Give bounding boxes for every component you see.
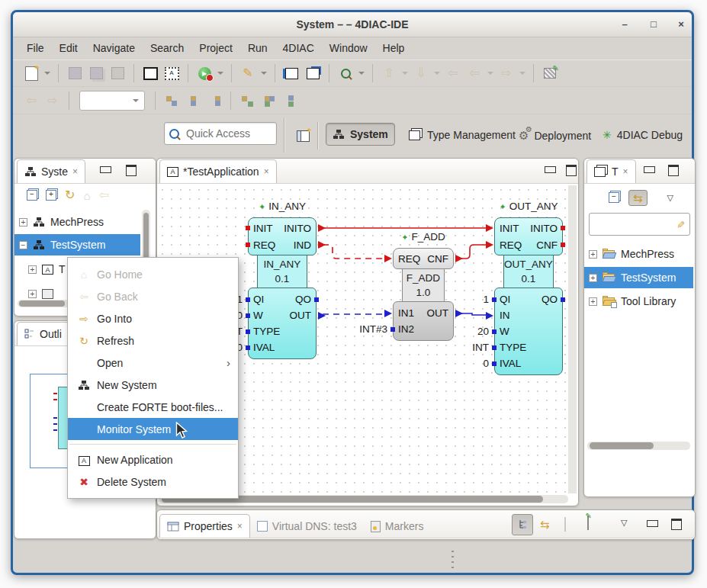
input-value[interactable]: 1 <box>483 294 489 305</box>
deploy-dropdown-icon[interactable] <box>261 72 267 75</box>
zoom-combo[interactable] <box>79 91 145 111</box>
tree-item-mechpress[interactable]: + MechPress <box>584 243 693 265</box>
data-input[interactable]: QI <box>500 294 510 305</box>
data-output-pin[interactable] <box>318 312 326 320</box>
quick-access-input[interactable] <box>185 127 272 140</box>
menu-navigate[interactable]: Navigate <box>85 39 143 57</box>
close-icon[interactable]: × <box>264 166 269 177</box>
event-input[interactable]: INIT <box>500 223 519 234</box>
tab-system-explorer[interactable]: Syste × <box>17 159 85 183</box>
scrollbar-thumb[interactable] <box>590 442 654 449</box>
back-dropdown-icon[interactable] <box>487 72 493 75</box>
perspective-deployment[interactable]: ⚙⚙ Deployment <box>513 124 597 147</box>
history-forward-icon[interactable]: ⇨ <box>43 92 62 110</box>
event-input[interactable]: INIT <box>253 223 273 234</box>
view-menu-icon[interactable]: ▽ <box>667 193 673 203</box>
data-input[interactable]: IN2 <box>398 323 414 335</box>
save-icon[interactable] <box>66 64 84 82</box>
input-value[interactable]: INT <box>472 342 489 353</box>
type-filter-field[interactable]: ✎ <box>589 213 690 236</box>
data-input[interactable]: W <box>253 310 263 321</box>
event-input-pin[interactable] <box>486 224 493 232</box>
data-output-pin[interactable] <box>314 297 319 302</box>
maximize-view-icon[interactable] <box>126 165 137 176</box>
tree-item-testsystem[interactable]: + TestSystem <box>584 267 693 288</box>
menu-project[interactable]: Project <box>191 39 240 57</box>
sort-icon[interactable]: ⇆ <box>540 518 550 532</box>
menu-item-refresh[interactable]: ↻ Refresh <box>68 329 238 352</box>
menu-item-go-back[interactable]: ⇦ Go Back <box>68 285 238 307</box>
zoom-combo-arrow-icon[interactable] <box>133 99 139 102</box>
data-input-pin[interactable] <box>492 297 497 302</box>
go-back-icon[interactable]: ⇦ <box>465 64 484 82</box>
save-all-icon[interactable] <box>87 64 105 82</box>
expander-icon[interactable]: + <box>589 274 597 282</box>
fb-body[interactable]: IN_ANY 0.1 <box>257 255 307 288</box>
menu-item-new-system[interactable]: New System <box>68 374 238 396</box>
menu-run[interactable]: Run <box>240 39 275 57</box>
tree-item-testsystem[interactable]: − TestSystem <box>14 234 140 255</box>
perspective-type-management[interactable]: Type Management <box>403 124 522 146</box>
new-adapter-type-icon[interactable]: A <box>162 64 181 82</box>
deploy-icon[interactable]: ✎ <box>239 64 257 82</box>
input-value[interactable]: INT#3 <box>359 323 387 335</box>
run-dropdown-icon[interactable] <box>217 72 223 75</box>
data-output[interactable]: QO <box>541 294 558 305</box>
print-icon[interactable] <box>108 64 127 82</box>
data-input[interactable]: IVAL <box>500 358 521 369</box>
fb-unwatch-icon[interactable] <box>304 64 322 82</box>
data-input-pin[interactable] <box>246 313 250 318</box>
new-wizard-icon[interactable]: ✦ <box>22 64 40 82</box>
event-input-pin[interactable] <box>246 243 250 247</box>
event-output[interactable]: CNF <box>536 239 558 251</box>
menu-item-delete-system[interactable]: ✖ Delete System <box>68 471 238 493</box>
history-back-icon[interactable]: ⇦ <box>22 92 40 110</box>
refresh-icon[interactable]: ↻ <box>65 189 75 201</box>
data-input-pin[interactable] <box>492 329 497 334</box>
distribute-horizontal-icon[interactable] <box>238 92 256 110</box>
maximize-view-icon[interactable] <box>671 519 682 530</box>
expander-icon[interactable]: + <box>28 290 37 298</box>
tab-virtual-dns[interactable]: Virtual DNS: test3 <box>250 515 364 538</box>
data-output[interactable]: OUT <box>290 310 312 321</box>
event-output-pin[interactable] <box>561 243 565 247</box>
event-input-pin[interactable] <box>246 226 250 230</box>
trigger-event-icon[interactable]: ⇧ <box>380 64 398 82</box>
distribute-grid-icon[interactable] <box>281 92 299 110</box>
data-output-pin[interactable] <box>561 297 565 302</box>
data-input[interactable]: TYPE <box>500 342 526 353</box>
expander-icon[interactable]: − <box>19 241 27 249</box>
tab-type-navigator[interactable]: T × <box>586 159 636 183</box>
window-maximize-button[interactable]: □ <box>648 20 659 29</box>
scrollbar-thumb[interactable] <box>19 300 65 307</box>
menu-item-monitor-system[interactable]: Monitor System <box>68 418 238 440</box>
fb-in-any[interactable]: ✦IN_ANY INIT INITO REQ IND IN_ANY 0.1 1 <box>248 201 317 359</box>
data-input[interactable]: IVAL <box>253 342 275 353</box>
show-tree-button[interactable] <box>512 514 533 535</box>
search-dropdown-icon[interactable] <box>358 72 365 75</box>
title-bar[interactable]: System – – 4DIAC-IDE <box>13 12 692 37</box>
expand-all-icon[interactable]: + <box>46 190 56 201</box>
new-dropdown-icon[interactable] <box>44 72 50 75</box>
align-right-icon[interactable] <box>205 92 223 110</box>
filter-icon[interactable] <box>564 518 566 532</box>
go-forward-icon[interactable]: ⇨ <box>497 64 516 82</box>
tree-item-tool-library[interactable]: + Tool Library <box>584 291 693 312</box>
menu-item-open[interactable]: Open › <box>68 352 238 374</box>
input-value[interactable]: 20 <box>477 326 489 337</box>
data-output-pin[interactable] <box>455 310 463 317</box>
perspective-system[interactable]: System <box>326 123 395 146</box>
run-icon[interactable]: ▶ <box>195 64 214 82</box>
event-input[interactable]: REQ <box>398 253 420 265</box>
input-value[interactable]: 0 <box>483 358 489 369</box>
data-input-pin[interactable] <box>492 345 497 350</box>
data-input[interactable]: W <box>500 326 509 337</box>
tree-item-mechpress[interactable]: + MechPress <box>14 211 140 233</box>
step-back-icon[interactable]: ⇦ <box>444 64 462 82</box>
editor-vertical-scrollbar[interactable] <box>568 185 577 493</box>
expander-icon[interactable]: + <box>589 297 597 306</box>
quick-access-field[interactable] <box>164 122 277 145</box>
event-input[interactable]: REQ <box>253 239 275 251</box>
maximize-view-icon[interactable] <box>668 165 679 176</box>
data-input-pin[interactable] <box>492 361 497 366</box>
